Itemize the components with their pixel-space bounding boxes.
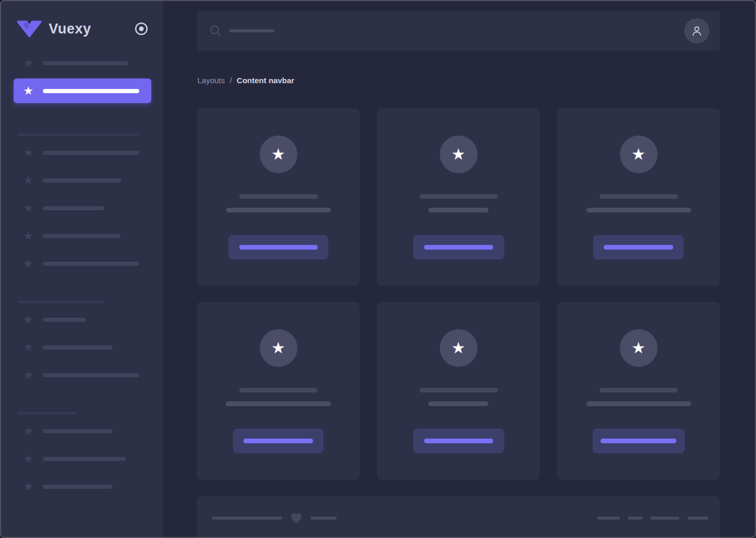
star-icon: ★ xyxy=(22,425,35,438)
star-icon: ★ xyxy=(22,313,35,326)
menu-label-placeholder xyxy=(43,429,113,433)
star-icon: ★ xyxy=(22,341,35,354)
footer-placeholder xyxy=(650,517,680,520)
user-avatar-button[interactable] xyxy=(684,18,709,43)
menu-label-placeholder xyxy=(43,318,86,322)
brand: Vuexy xyxy=(17,19,149,39)
placeholder-line xyxy=(428,208,488,212)
sidebar-nav: ★★★★★★★★★★★★★ xyxy=(1,57,163,493)
footer-placeholder xyxy=(628,517,642,520)
avatar: ★ xyxy=(620,136,658,173)
card-action-button[interactable] xyxy=(228,235,328,260)
card: ★ xyxy=(377,302,540,480)
sidebar-item[interactable]: ★ xyxy=(1,480,163,493)
star-icon: ★ xyxy=(631,340,646,356)
button-label-placeholder xyxy=(424,439,493,443)
card-action-button[interactable] xyxy=(413,235,504,260)
star-icon: ★ xyxy=(451,147,465,162)
card: ★ xyxy=(197,302,360,480)
footer-placeholder xyxy=(212,517,282,520)
placeholder-line xyxy=(226,208,331,212)
menu-label-placeholder xyxy=(43,262,139,266)
card: ★ xyxy=(377,108,540,286)
card-action-button[interactable] xyxy=(593,429,685,453)
card: ★ xyxy=(197,108,360,286)
placeholder-line xyxy=(599,194,678,199)
person-icon xyxy=(690,24,704,38)
menu-label-placeholder xyxy=(43,345,113,350)
footer-placeholder xyxy=(310,517,337,520)
top-navbar xyxy=(197,11,720,51)
button-label-placeholder xyxy=(604,245,673,250)
sidebar-item[interactable]: ★ xyxy=(1,453,163,465)
sidebar-item[interactable]: ★ xyxy=(1,174,163,187)
placeholder-line xyxy=(419,388,498,393)
footer-card xyxy=(197,496,720,537)
menu-label-placeholder xyxy=(43,89,139,93)
breadcrumb-separator: / xyxy=(228,76,235,85)
sidebar-item[interactable]: ★ xyxy=(1,147,163,159)
search-icon xyxy=(209,25,222,37)
placeholder-line xyxy=(428,401,488,406)
sidebar-item-active[interactable]: ★ xyxy=(14,79,151,103)
star-icon: ★ xyxy=(22,257,35,270)
search-placeholder xyxy=(229,29,274,32)
sidebar-item[interactable]: ★ xyxy=(1,257,163,270)
search-input[interactable] xyxy=(209,25,684,37)
breadcrumb-parent[interactable]: Layouts xyxy=(197,76,225,85)
star-icon: ★ xyxy=(22,453,35,465)
menu-label-placeholder xyxy=(43,151,139,155)
sidebar-item[interactable]: ★ xyxy=(1,202,163,215)
sidebar-item[interactable]: ★ xyxy=(1,57,163,70)
menu-label-placeholder xyxy=(43,178,121,183)
menu-label-placeholder xyxy=(43,61,128,65)
button-label-placeholder xyxy=(424,245,493,250)
sidebar-item[interactable]: ★ xyxy=(1,313,163,326)
footer-placeholder xyxy=(687,517,708,520)
star-icon: ★ xyxy=(22,480,35,493)
avatar: ★ xyxy=(620,329,658,367)
card-action-button[interactable] xyxy=(413,429,504,453)
placeholder-line xyxy=(239,194,318,199)
sidebar-item[interactable]: ★ xyxy=(1,230,163,242)
star-icon: ★ xyxy=(22,85,35,97)
placeholder-line xyxy=(599,388,678,393)
button-label-placeholder xyxy=(601,439,676,443)
star-icon: ★ xyxy=(22,369,35,382)
placeholder-line xyxy=(419,194,498,199)
menu-label-placeholder xyxy=(43,234,120,238)
heart-icon xyxy=(290,511,303,525)
footer-placeholder xyxy=(597,517,620,520)
vuexy-logo xyxy=(17,20,42,37)
avatar: ★ xyxy=(440,329,477,367)
avatar: ★ xyxy=(260,329,297,367)
card-action-button[interactable] xyxy=(593,235,684,260)
app-window: Vuexy ★★★★★★★★★★★★★ xyxy=(0,0,756,538)
section-divider xyxy=(18,300,104,303)
star-icon: ★ xyxy=(22,57,35,70)
breadcrumb: Layouts / Content navbar xyxy=(197,75,294,86)
placeholder-line xyxy=(239,388,317,393)
breadcrumb-current: Content navbar xyxy=(237,76,294,85)
avatar: ★ xyxy=(440,136,477,173)
star-icon: ★ xyxy=(22,174,35,187)
star-icon: ★ xyxy=(22,147,35,159)
sidebar-item[interactable]: ★ xyxy=(1,341,163,354)
footer-right-group xyxy=(597,517,708,520)
card: ★ xyxy=(557,302,720,480)
main-content: Layouts / Content navbar ★ ★ ★ xyxy=(163,1,755,537)
placeholder-line xyxy=(586,401,691,406)
avatar: ★ xyxy=(260,136,297,173)
card-action-button[interactable] xyxy=(233,429,324,453)
star-icon: ★ xyxy=(271,340,285,356)
star-icon: ★ xyxy=(22,202,35,215)
footer-left-group xyxy=(212,511,337,525)
menu-label-placeholder xyxy=(43,457,126,461)
radio-dot-icon[interactable] xyxy=(134,21,149,36)
sidebar-item[interactable]: ★ xyxy=(1,369,163,382)
section-divider xyxy=(18,412,77,414)
placeholder-line xyxy=(226,401,331,406)
star-icon: ★ xyxy=(451,340,465,356)
star-icon: ★ xyxy=(271,147,285,162)
sidebar-item[interactable]: ★ xyxy=(1,425,163,438)
